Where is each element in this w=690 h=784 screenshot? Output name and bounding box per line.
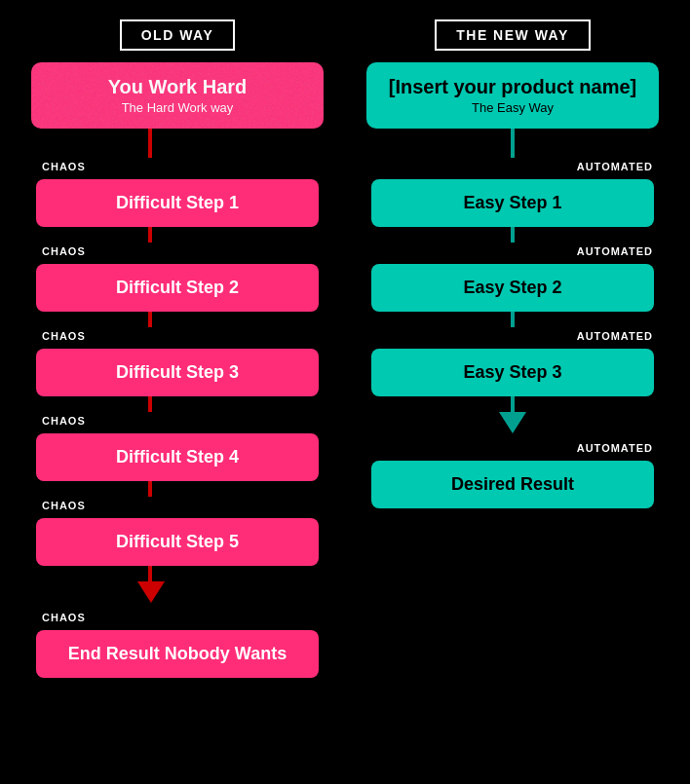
right-arrow-down <box>499 412 526 433</box>
result-chaos-badge: CHAOS <box>34 609 94 626</box>
chaos-badge-0: CHAOS <box>34 158 94 175</box>
right-connector-line-1 <box>511 227 515 243</box>
difficult-step-5: Difficult Step 5 <box>36 518 319 566</box>
chaos-badge-3: CHAOS <box>34 412 94 429</box>
result-automated-badge: AUTOMATED <box>569 439 661 457</box>
difficult-step-4: Difficult Step 4 <box>36 433 319 481</box>
automated-badge-0: AUTOMATED <box>569 158 661 175</box>
left-connector-line-1 <box>148 227 152 243</box>
left-pre-arrow-line <box>148 566 152 581</box>
new-way-subtitle: The Easy Way <box>386 100 639 115</box>
old-way-main-card: You Work Hard The Hard Work way <box>31 62 324 129</box>
old-way-header: OLD WAY <box>120 19 236 51</box>
new-way-header: THE NEW WAY <box>435 19 591 51</box>
left-connector-line-3 <box>148 396 152 412</box>
chaos-badge-1: CHAOS <box>34 243 94 260</box>
chaos-badge-2: CHAOS <box>34 327 94 345</box>
easy-step-1: Easy Step 1 <box>371 179 654 227</box>
new-way-title: [Insert your product name] <box>386 76 639 98</box>
difficult-step-2: Difficult Step 2 <box>36 264 319 312</box>
old-way-subtitle: The Hard Work way <box>51 100 304 115</box>
easy-step-3: Easy Step 3 <box>371 349 654 396</box>
old-way-title: You Work Hard <box>51 76 304 98</box>
easy-step-2: Easy Step 2 <box>371 264 654 312</box>
right-connector-line-2 <box>511 312 515 327</box>
left-connector-line-0 <box>148 142 152 158</box>
desired-result-card: Desired Result <box>371 461 654 508</box>
left-connector-line-4 <box>148 481 152 497</box>
right-top-connector <box>511 129 515 142</box>
left-top-connector <box>148 129 152 142</box>
difficult-step-1: Difficult Step 1 <box>36 179 319 227</box>
left-arrow-down <box>137 581 165 603</box>
right-connector-line-0 <box>511 142 515 158</box>
end-result-card: End Result Nobody Wants <box>36 630 319 678</box>
right-pre-arrow-line <box>511 396 515 412</box>
automated-badge-2: AUTOMATED <box>569 327 661 345</box>
automated-badge-1: AUTOMATED <box>569 243 661 260</box>
chaos-badge-4: CHAOS <box>34 497 94 514</box>
new-way-main-card: [Insert your product name] The Easy Way <box>366 62 659 129</box>
left-connector-line-2 <box>148 312 152 327</box>
difficult-step-3: Difficult Step 3 <box>36 349 319 396</box>
